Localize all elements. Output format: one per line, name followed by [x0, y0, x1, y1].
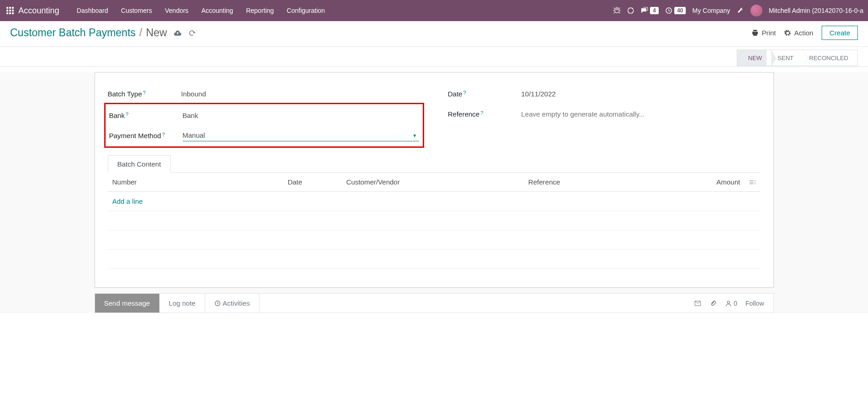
send-message-button[interactable]: Send message — [95, 294, 160, 313]
reference-input[interactable] — [521, 110, 761, 118]
followers-count[interactable]: 0 — [725, 300, 737, 307]
support-icon[interactable] — [627, 7, 634, 14]
col-amount: Amount — [680, 173, 745, 192]
add-line-button[interactable]: Add a line — [112, 197, 143, 205]
nav-configuration[interactable]: Configuration — [280, 0, 331, 21]
batch-content-table: Number Date Customer/Vendor Reference Am… — [108, 173, 761, 269]
status-new[interactable]: NEW — [737, 50, 771, 66]
nav-accounting[interactable]: Accounting — [195, 0, 240, 21]
messages-badge: 4 — [650, 7, 659, 14]
app-name[interactable]: Accounting — [18, 6, 59, 16]
log-note-button[interactable]: Log note — [160, 294, 205, 313]
tab-batch-content[interactable]: Batch Content — [108, 155, 171, 173]
col-reference: Reference — [524, 173, 680, 192]
activities-badge: 40 — [674, 7, 686, 14]
optional-columns-icon[interactable] — [749, 179, 756, 185]
breadcrumb-parent[interactable]: Customer Batch Payments — [10, 27, 136, 39]
tabs: Batch Content — [108, 155, 761, 173]
nav-dashboard[interactable]: Dashboard — [70, 0, 115, 21]
table-row — [108, 230, 761, 250]
discard-icon[interactable] — [188, 29, 196, 37]
apps-icon[interactable] — [6, 7, 14, 14]
bank-value[interactable]: Bank — [183, 112, 419, 119]
nav-menu: Dashboard Customers Vendors Accounting R… — [70, 0, 331, 21]
print-label: Print — [762, 29, 776, 37]
nav-reporting[interactable]: Reporting — [240, 0, 280, 21]
payment-method-label: Payment Method? — [109, 132, 183, 140]
form-sheet: Batch Type? Inbound Bank? Bank Payment M… — [95, 72, 774, 288]
messages-button[interactable]: 4 — [641, 7, 659, 14]
bank-label: Bank? — [109, 112, 183, 119]
svg-point-3 — [728, 301, 730, 303]
company-switcher[interactable]: My Company — [692, 7, 730, 14]
reference-label: Reference? — [448, 110, 521, 118]
statusbar: NEW SENT RECONCILED — [0, 47, 868, 67]
cloud-save-icon[interactable] — [174, 29, 182, 37]
activities-button[interactable]: 40 — [665, 7, 686, 14]
nav-vendors[interactable]: Vendors — [158, 0, 195, 21]
col-number: Number — [108, 173, 283, 192]
user-menu[interactable]: Mitchell Admin (20142070-16-0-a — [769, 7, 863, 14]
batch-type-label: Batch Type? — [108, 90, 181, 98]
print-button[interactable]: Print — [751, 29, 776, 37]
chatter: Send message Log note Activities 0 Follo… — [95, 293, 774, 313]
highlight-annotation: Bank? Bank Payment Method? ▼ — [104, 103, 424, 148]
activities-button[interactable]: Activities — [205, 294, 259, 313]
action-button[interactable]: Action — [784, 29, 813, 37]
col-date: Date — [283, 173, 342, 192]
date-label: Date? — [448, 90, 521, 98]
create-button[interactable]: Create — [822, 26, 858, 40]
tools-icon[interactable] — [737, 7, 744, 14]
control-panel: Customer Batch Payments / New Print Acti… — [0, 21, 868, 47]
table-row — [108, 250, 761, 269]
breadcrumb: Customer Batch Payments / New — [10, 27, 196, 39]
col-customer: Customer/Vendor — [342, 173, 524, 192]
bug-icon[interactable] — [613, 7, 621, 14]
attachments-icon[interactable] — [694, 300, 701, 307]
attachment-clip-icon[interactable] — [710, 300, 717, 307]
date-value[interactable]: 10/11/2022 — [521, 90, 761, 98]
action-label: Action — [794, 29, 813, 37]
breadcrumb-current: New — [146, 27, 167, 39]
payment-method-input[interactable] — [183, 129, 419, 141]
follow-button[interactable]: Follow — [745, 300, 764, 307]
nav-customers[interactable]: Customers — [115, 0, 159, 21]
table-row — [108, 211, 761, 230]
batch-type-value[interactable]: Inbound — [181, 90, 420, 98]
breadcrumb-sep: / — [140, 27, 142, 39]
avatar[interactable] — [750, 5, 762, 17]
main-navbar: Accounting Dashboard Customers Vendors A… — [0, 0, 868, 21]
